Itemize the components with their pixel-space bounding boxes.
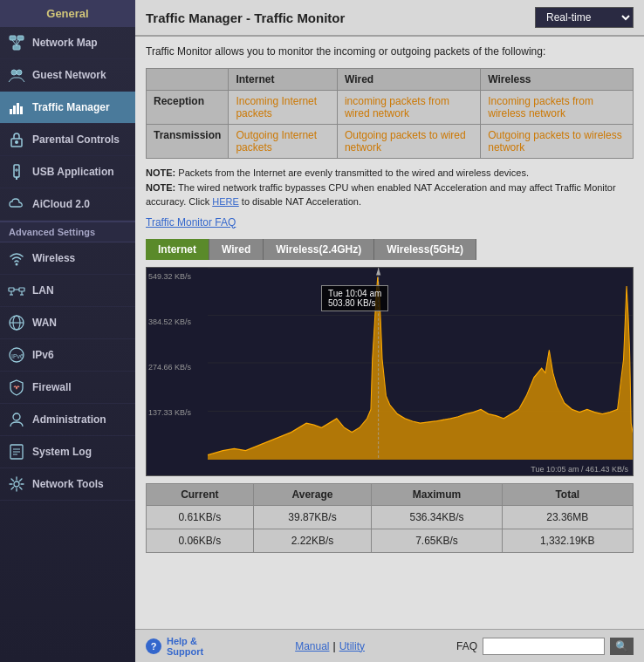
reception-wireless[interactable]: Incoming packets from wireless network	[481, 91, 634, 125]
content-area: Traffic Monitor allows you to monitor th…	[135, 37, 644, 629]
tab-wireless-2ghz[interactable]: Wireless(2.4GHz)	[264, 239, 374, 260]
sidebar-item-label: WAN	[32, 317, 57, 329]
incoming-internet-link[interactable]: Incoming Internet packets	[236, 95, 317, 119]
reception-label: Reception	[147, 91, 229, 125]
sidebar-item-aicloud[interactable]: AiCloud 2.0	[0, 188, 135, 221]
faq-search-button[interactable]: 🔍	[610, 638, 634, 655]
sidebar-item-wan[interactable]: WAN	[0, 307, 135, 339]
svg-point-6	[11, 70, 17, 75]
reception-internet[interactable]: Incoming Internet packets	[229, 91, 338, 125]
y-label-4: 549.32 KB/s	[148, 272, 208, 281]
stats-row0-maximum: 536.34KB/s	[372, 505, 502, 529]
sidebar-item-label: Traffic Manager	[32, 101, 110, 113]
outgoing-wired-link[interactable]: Outgoing packets to wired network	[345, 129, 466, 154]
tab-internet[interactable]: Internet	[146, 239, 209, 260]
guest-network-icon	[7, 65, 26, 85]
intro-text: Traffic Monitor allows you to monitor th…	[146, 45, 634, 58]
sidebar-item-label: IPv6	[32, 349, 54, 361]
sidebar-item-traffic-manager[interactable]: Traffic Manager	[0, 92, 135, 124]
svg-rect-15	[16, 177, 17, 180]
system-log-icon	[7, 442, 26, 461]
note-2: NOTE: The wired network traffic bypasses…	[146, 181, 634, 209]
sidebar-item-administration[interactable]: Administration	[0, 404, 135, 436]
svg-rect-11	[20, 106, 23, 114]
stats-row0-total: 23.36MB	[502, 505, 633, 529]
sidebar-item-label: AiCloud 2.0	[32, 198, 90, 210]
chart-bottom-label: Tue 10:05 am / 461.43 KB/s	[531, 465, 628, 474]
outgoing-internet-link[interactable]: Outgoing Internet packets	[236, 129, 317, 154]
footer-left: ? Help &Support	[146, 636, 203, 657]
col-header-wireless: Wireless	[481, 69, 634, 91]
svg-marker-44	[376, 268, 380, 275]
stats-col-current: Current	[147, 483, 254, 505]
outgoing-wireless-link[interactable]: Outgoing packets to wireless network	[488, 129, 621, 154]
info-table: Internet Wired Wireless Reception Incomi…	[146, 68, 634, 159]
faq-label: FAQ	[456, 640, 477, 652]
faq-search-input[interactable]	[483, 638, 605, 655]
transmission-label: Transmission	[147, 125, 229, 159]
sidebar-item-guest-network[interactable]: Guest Network	[0, 59, 135, 92]
sidebar-item-firewall[interactable]: Firewall	[0, 372, 135, 404]
tab-wired[interactable]: Wired	[209, 239, 264, 260]
sidebar-item-label: LAN	[32, 284, 54, 297]
lan-icon	[7, 281, 26, 300]
transmission-internet[interactable]: Outgoing Internet packets	[229, 125, 338, 159]
svg-rect-0	[10, 36, 16, 40]
tooltip-value: 503.80 KB/s	[328, 298, 375, 308]
chart-tooltip: Tue 10:04 am 503.80 KB/s	[321, 285, 388, 311]
page-title: Traffic Manager - Traffic Monitor	[146, 10, 345, 25]
svg-rect-20	[19, 288, 24, 291]
col-header-internet: Internet	[229, 69, 338, 91]
network-map-icon	[7, 33, 26, 52]
sidebar-item-label: Parental Controls	[32, 133, 120, 146]
svg-rect-8	[10, 109, 12, 114]
chart-y-labels: 549.32 KB/s 384.52 KB/s 274.66 KB/s 137.…	[148, 268, 208, 458]
sidebar-item-label: System Log	[32, 446, 92, 458]
sidebar-item-label: Network Tools	[32, 478, 104, 490]
wan-icon	[7, 313, 26, 332]
sidebar-item-label: Wireless	[32, 252, 75, 264]
svg-line-4	[12, 40, 17, 45]
sidebar-item-lan[interactable]: LAN	[0, 275, 135, 307]
sidebar-item-ipv6[interactable]: IPv6 IPv6	[0, 339, 135, 372]
note-1: NOTE: Packets from the Internet are even…	[146, 166, 634, 181]
manual-link[interactable]: Manual	[295, 640, 329, 652]
sidebar-item-network-tools[interactable]: Network Tools	[0, 468, 135, 501]
sidebar-item-label: Administration	[32, 413, 106, 426]
svg-point-36	[14, 481, 19, 487]
transmission-wireless[interactable]: Outgoing packets to wireless network	[481, 125, 634, 159]
main-content: Traffic Manager - Traffic Monitor Real-t…	[135, 0, 644, 662]
sidebar-item-parental-controls[interactable]: Parental Controls	[0, 124, 135, 156]
administration-icon	[7, 410, 26, 429]
realtime-dropdown[interactable]: Real-time Last 24 Hours Last 7 Days	[535, 7, 634, 28]
parental-controls-icon	[7, 130, 26, 149]
sidebar-item-usb-application[interactable]: USB Application	[0, 156, 135, 188]
stats-col-average: Average	[253, 483, 372, 505]
transmission-wired[interactable]: Outgoing packets to wired network	[337, 125, 480, 159]
sidebar-item-system-log[interactable]: System Log	[0, 436, 135, 468]
here-link[interactable]: HERE	[212, 196, 239, 207]
incoming-wireless-link[interactable]: Incoming packets from wireless network	[488, 95, 593, 119]
footer-right: FAQ 🔍	[456, 638, 634, 655]
sidebar-item-wireless[interactable]: Wireless	[0, 242, 135, 275]
sidebar-item-network-map[interactable]: Network Map	[0, 27, 135, 59]
firewall-icon	[7, 378, 26, 397]
y-label-2: 274.66 KB/s	[148, 363, 208, 372]
utility-link[interactable]: Utility	[339, 640, 365, 652]
traffic-monitor-faq-link[interactable]: Traffic Monitor FAQ	[146, 216, 236, 229]
incoming-wired-link[interactable]: incoming packets from wired network	[345, 95, 449, 119]
stats-row1-average: 2.22KB/s	[253, 529, 372, 552]
y-label-1: 137.33 KB/s	[148, 408, 208, 417]
col-header-wired: Wired	[337, 69, 480, 91]
stats-row0-current: 0.61KB/s	[147, 505, 254, 529]
footer-links: Manual | Utility	[295, 640, 365, 652]
reception-wired[interactable]: incoming packets from wired network	[337, 91, 480, 125]
help-support-link[interactable]: Help &Support	[167, 636, 203, 657]
svg-point-7	[17, 70, 22, 75]
tab-wireless-5ghz[interactable]: Wireless(5GHz)	[374, 239, 476, 260]
network-tools-icon	[7, 474, 26, 494]
ipv6-icon: IPv6	[7, 345, 26, 365]
sidebar-item-label: USB Application	[32, 166, 114, 178]
stats-col-maximum: Maximum	[372, 483, 502, 505]
stats-row1-total: 1,332.19KB	[502, 529, 633, 552]
